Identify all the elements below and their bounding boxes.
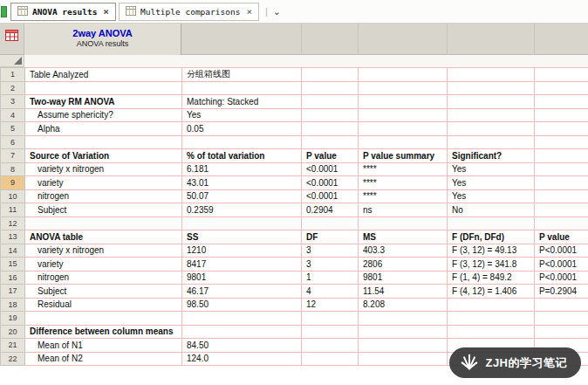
row-number[interactable]: 18: [1, 298, 25, 312]
grid-cell[interactable]: <0.0001: [302, 189, 359, 203]
grid-cell[interactable]: [302, 339, 359, 353]
grid-cell[interactable]: [359, 95, 448, 109]
grid-cell[interactable]: F (1, 4) = 849.2: [448, 271, 535, 285]
grid-cell[interactable]: Source of Variation: [25, 149, 182, 163]
grid-cell[interactable]: 403.3: [359, 244, 448, 258]
grid-cell[interactable]: [182, 135, 302, 149]
tab-anova-results[interactable]: ANOVA results ×: [10, 3, 116, 21]
grid-cell[interactable]: 8417: [182, 258, 302, 272]
grid-cell[interactable]: [535, 298, 588, 312]
grid-cell[interactable]: [448, 325, 535, 339]
grid-cell[interactable]: % of total variation: [182, 149, 302, 163]
grid-cell[interactable]: [359, 339, 448, 353]
grid-cell[interactable]: [448, 95, 535, 109]
grid-cell[interactable]: 4: [302, 285, 359, 299]
grid-cell[interactable]: MS: [359, 230, 448, 244]
grid-cell[interactable]: Yes: [448, 162, 535, 176]
row-number[interactable]: 22: [1, 352, 25, 366]
row-number[interactable]: 4: [1, 108, 25, 122]
grid-cell[interactable]: P value summary: [359, 149, 448, 163]
grid-cell[interactable]: nitrogen: [25, 271, 182, 285]
grid-cell[interactable]: [535, 135, 588, 149]
grid-cell[interactable]: P<0.0001: [535, 258, 588, 272]
grid-cell[interactable]: 84.50: [182, 339, 302, 353]
grid-cell[interactable]: [359, 68, 448, 82]
grid-cell[interactable]: 9801: [182, 271, 302, 285]
grid-cell[interactable]: ****: [359, 189, 448, 203]
grid-cell[interactable]: 2806: [359, 258, 448, 272]
grid-cell[interactable]: F (4, 12) = 1.406: [448, 285, 535, 299]
grid-cell[interactable]: 11.54: [359, 285, 448, 299]
grid-cell[interactable]: F (3, 12) = 49.13: [448, 244, 535, 258]
grid-cell[interactable]: 0.05: [182, 122, 302, 136]
grid-cell[interactable]: ns: [359, 203, 448, 217]
grid-cell[interactable]: [359, 135, 448, 149]
grid-cell[interactable]: Yes: [182, 108, 302, 122]
grid-cell[interactable]: ****: [359, 176, 448, 190]
grid-cell[interactable]: [535, 108, 588, 122]
grid-cell[interactable]: [182, 81, 302, 95]
tab-multiple-comparisons[interactable]: Multiple comparisons ×: [119, 3, 259, 21]
grid-cell[interactable]: variety: [25, 258, 182, 272]
grid-cell[interactable]: [302, 217, 359, 230]
row-number[interactable]: 14: [1, 244, 25, 258]
grid-cell[interactable]: [25, 217, 182, 230]
row-number[interactable]: 13: [1, 230, 25, 244]
grid-cell[interactable]: [302, 108, 359, 122]
grid-cell[interactable]: [535, 203, 588, 217]
grid-cell[interactable]: [535, 81, 588, 95]
grid-cell[interactable]: 50.07: [182, 189, 302, 203]
row-number[interactable]: 6: [1, 135, 25, 149]
row-number[interactable]: 10: [1, 189, 25, 203]
grid-cell[interactable]: [535, 95, 588, 109]
grid-cell[interactable]: P<0.0001: [535, 271, 588, 285]
grid-cell[interactable]: [359, 217, 448, 230]
grid-cell[interactable]: [535, 312, 588, 326]
row-number[interactable]: 8: [1, 162, 25, 176]
partial-sheet-tab[interactable]: [1, 6, 7, 17]
grid-cell[interactable]: [359, 325, 448, 339]
grid-cell[interactable]: [448, 81, 535, 95]
grid-cell[interactable]: variety x nitrogen: [25, 162, 182, 176]
chevron-down-icon[interactable]: ⌄: [273, 7, 281, 17]
grid-cell[interactable]: [448, 312, 535, 326]
grid-cell[interactable]: [448, 68, 535, 82]
grid-cell[interactable]: <0.0001: [302, 176, 359, 190]
grid-cell[interactable]: [448, 135, 535, 149]
grid-cell[interactable]: [448, 108, 535, 122]
grid-cell[interactable]: ANOVA table: [25, 230, 182, 244]
grid-cell[interactable]: Alpha: [25, 122, 182, 136]
grid-cell[interactable]: [448, 122, 535, 136]
grid-cell[interactable]: [25, 81, 182, 95]
grid-cell[interactable]: 8.208: [359, 298, 448, 312]
row-number[interactable]: 20: [1, 325, 25, 339]
grid-cell[interactable]: [302, 122, 359, 136]
grid-cell[interactable]: 3: [302, 244, 359, 258]
grid-cell[interactable]: 43.01: [182, 176, 302, 190]
close-icon[interactable]: ×: [246, 7, 252, 17]
grid-cell[interactable]: [25, 135, 182, 149]
grid-cell[interactable]: [535, 176, 588, 190]
grid-cell[interactable]: P value: [535, 230, 588, 244]
grid-cell[interactable]: [535, 122, 588, 136]
grid-cell[interactable]: ****: [359, 162, 448, 176]
grid-cell[interactable]: SS: [182, 230, 302, 244]
grid-cell[interactable]: Yes: [448, 176, 535, 190]
grid-cell[interactable]: Subject: [25, 203, 182, 217]
grid-cell[interactable]: [359, 108, 448, 122]
grid-cell[interactable]: [535, 162, 588, 176]
grid-cell[interactable]: 6.181: [182, 162, 302, 176]
grid-cell[interactable]: [302, 325, 359, 339]
grid-cell[interactable]: [535, 149, 588, 163]
row-number[interactable]: 21: [1, 339, 25, 353]
grid-cell[interactable]: [535, 325, 588, 339]
grid-cell[interactable]: 98.50: [182, 298, 302, 312]
grid-cell[interactable]: Subject: [25, 285, 182, 299]
row-number[interactable]: 2: [1, 81, 25, 95]
row-number[interactable]: 1: [1, 68, 25, 82]
grid-cell[interactable]: [182, 312, 302, 326]
row-number[interactable]: 19: [1, 312, 25, 326]
row-number[interactable]: 12: [1, 217, 25, 230]
grid-cell[interactable]: Matching: Stacked: [182, 95, 302, 109]
grid-cell[interactable]: [535, 189, 588, 203]
